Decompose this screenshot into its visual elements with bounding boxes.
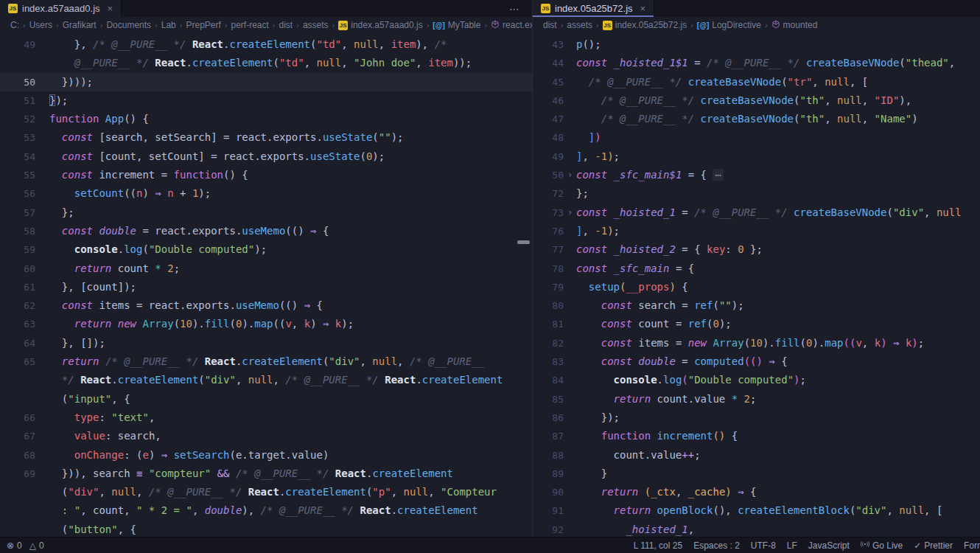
code-line[interactable]: 69 })), search ≡ "compteur" && /* @__PUR… <box>0 465 532 483</box>
code-line[interactable]: 58 const double = react.exports.useMemo(… <box>0 222 532 240</box>
status-item-encoding[interactable]: UTF-8 <box>751 540 776 551</box>
code-line[interactable]: @__PURE__ */ React.createElement("td", n… <box>0 54 532 72</box>
code-line[interactable]: 60 return count * 2; <box>0 260 532 278</box>
breadcrumb-item[interactable]: dist <box>279 20 293 30</box>
fold-gutter <box>564 260 576 278</box>
code-line[interactable]: 66 type: "text", <box>0 408 532 427</box>
code-line[interactable]: 50 }))); <box>0 73 532 91</box>
breadcrumb-item[interactable]: react.expor <box>491 20 532 31</box>
breadcrumb-item[interactable]: dist <box>543 20 557 30</box>
code-editor-left[interactable]: 49 }, /* @__PURE__ */ React.createElemen… <box>0 33 532 537</box>
code-line[interactable]: 59 console.log("Double computed"); <box>0 240 532 259</box>
code-line[interactable]: 64 }, []); <box>0 334 532 352</box>
status-item-prettier[interactable]: ✓Prettier <box>914 540 953 551</box>
code-line[interactable]: 83 const double = computed(() ⇒ { <box>533 352 980 371</box>
breadcrumb-item[interactable]: Lab <box>161 20 176 30</box>
breadcrumb-item[interactable]: JSindex.a57aaad0.js <box>338 20 422 30</box>
code-line[interactable]: 65 return /* @__PURE__ */ React.createEl… <box>0 352 532 371</box>
code-line[interactable]: 78const _sfc_main = { <box>533 260 980 278</box>
code-line[interactable]: 82 const items = new Array(10).fill(0).m… <box>533 334 980 352</box>
code-line[interactable]: 57 }; <box>0 204 532 222</box>
status-item-indentation[interactable]: Espaces : 2 <box>693 540 740 551</box>
code-line[interactable]: 87 function increment() { <box>533 427 980 445</box>
code-line[interactable]: 51}); <box>0 91 532 110</box>
code-line[interactable]: 47 /* @__PURE__ */ createBaseVNode("th",… <box>533 110 980 128</box>
tab-index-05a25b72[interactable]: JSindex.05a25b72.js× <box>533 0 654 17</box>
breadcrumb-item[interactable]: C: <box>10 20 19 30</box>
javascript-file-icon: JS <box>603 21 612 30</box>
breadcrumb-item[interactable]: JSindex.05a25b72.js <box>603 20 687 30</box>
code-line[interactable]: 53 const [search, setSearch] = react.exp… <box>0 128 532 147</box>
code-line[interactable]: 92 _hoisted_1, <box>533 521 980 537</box>
breadcrumb-item[interactable]: mounted <box>771 20 818 31</box>
code-line[interactable]: 52function App() { <box>0 110 532 128</box>
breadcrumb-item[interactable]: [@]LogDirective <box>697 20 761 30</box>
code-line[interactable]: 44const _hoisted_1$1 = /* @__PURE__ */ c… <box>533 54 980 72</box>
status-item-eol[interactable]: LF <box>787 540 797 551</box>
code-line[interactable]: ("div", null, /* @__PURE__ */ React.crea… <box>0 483 532 501</box>
code-line[interactable]: ("input", { <box>0 390 532 408</box>
code-text: }); <box>49 91 68 110</box>
status-item-warnings[interactable]: △0 <box>29 540 44 551</box>
code-line[interactable]: 54 const [count, setCount] = react.expor… <box>0 147 532 166</box>
status-item-formatter[interactable]: Form <box>964 540 980 551</box>
code-line[interactable]: 49], -1); <box>533 147 980 166</box>
breadcrumb-separator: › <box>56 21 59 29</box>
code-line[interactable]: 45 /* @__PURE__ */ createBaseVNode("tr",… <box>533 73 980 91</box>
code-line[interactable]: 80 const search = ref(""); <box>533 296 980 315</box>
code-line[interactable]: 88 count.value++; <box>533 446 980 465</box>
line-number <box>0 483 35 501</box>
status-item-go-live[interactable]: Go Live <box>861 540 903 551</box>
status-item-errors[interactable]: ⊗0 <box>7 540 22 551</box>
code-line[interactable]: 89 } <box>533 465 980 483</box>
breadcrumb-item[interactable]: perf-react <box>231 20 268 30</box>
code-line[interactable]: 86 }); <box>533 408 980 427</box>
code-line[interactable]: 77const _hoisted_2 = { key: 0 }; <box>533 240 980 259</box>
code-line[interactable]: 62 const items = react.exports.useMemo((… <box>0 296 532 315</box>
code-text: ("button", { <box>49 521 136 537</box>
code-line[interactable]: 49 }, /* @__PURE__ */ React.createElemen… <box>0 35 532 54</box>
tab-index-a57aaad0[interactable]: JSindex.a57aaad0.js× <box>0 0 122 17</box>
breadcrumb-item[interactable]: PrepPerf <box>186 20 220 30</box>
code-line[interactable]: 79 setup(__props) { <box>533 278 980 296</box>
breadcrumb-item[interactable]: Grafikart <box>63 20 97 30</box>
breadcrumb-separator: › <box>484 21 487 29</box>
code-line[interactable]: 90 return (_ctx, _cache) ⇒ { <box>533 483 980 501</box>
code-line[interactable]: ("button", { <box>0 521 532 537</box>
code-line[interactable]: : ", count, " * 2 = ", double), /* @__PU… <box>0 501 532 520</box>
code-text: count.value++; <box>576 446 701 465</box>
code-line[interactable]: 63 return new Array(10).fill(0).map((v, … <box>0 315 532 333</box>
code-line[interactable]: 76], -1); <box>533 222 980 240</box>
close-icon[interactable]: × <box>640 3 646 14</box>
code-line[interactable]: 55 const increment = function() { <box>0 166 532 184</box>
code-line[interactable]: 73›const _hoisted_1 = /* @__PURE__ */ cr… <box>533 204 980 222</box>
code-line[interactable]: 84 console.log("Double computed"); <box>533 371 980 389</box>
code-line[interactable]: 43p(); <box>533 35 980 54</box>
breadcrumb-item[interactable]: assets <box>567 20 592 30</box>
code-line[interactable]: 81 const count = ref(0); <box>533 315 980 333</box>
breadcrumb-item[interactable]: Users <box>29 20 52 30</box>
code-line[interactable]: 50›const _sfc_main$1 = { ⋯ <box>533 166 980 184</box>
fold-chevron-icon[interactable]: › <box>564 204 576 222</box>
code-line[interactable]: 46 /* @__PURE__ */ createBaseVNode("th",… <box>533 91 980 110</box>
code-line[interactable]: 61 }, [count]); <box>0 278 532 296</box>
breadcrumb-item[interactable]: Documents <box>106 20 151 30</box>
code-line[interactable]: 56 setCount((n) ⇒ n + 1); <box>0 184 532 203</box>
status-item-language-mode[interactable]: JavaScript <box>808 540 850 551</box>
breadcrumb-item[interactable]: assets <box>303 20 329 30</box>
breadcrumb-separator: › <box>427 21 430 29</box>
code-line[interactable]: 72}; <box>533 184 980 203</box>
code-line[interactable]: 85 return count.value * 2; <box>533 390 980 408</box>
scrollbar-handle[interactable] <box>517 240 530 244</box>
code-line[interactable]: 48 ]) <box>533 128 980 147</box>
code-line[interactable]: 91 return openBlock(), createElementBloc… <box>533 501 980 520</box>
breadcrumb-item[interactable]: [@]MyTable <box>433 20 480 30</box>
code-line[interactable]: 68 onChange: (e) ⇒ setSearch(e.target.va… <box>0 446 532 465</box>
close-icon[interactable]: × <box>108 3 113 14</box>
code-editor-right[interactable]: 43p();44const _hoisted_1$1 = /* @__PURE_… <box>533 33 980 537</box>
editor-more-actions[interactable]: ⋯ <box>509 0 520 17</box>
fold-chevron-icon[interactable]: › <box>564 166 576 184</box>
status-item-cursor-position[interactable]: L 111, col 25 <box>634 540 683 551</box>
code-line[interactable]: */ React.createElement("div", null, /* @… <box>0 371 532 389</box>
code-line[interactable]: 67 value: search, <box>0 427 532 445</box>
